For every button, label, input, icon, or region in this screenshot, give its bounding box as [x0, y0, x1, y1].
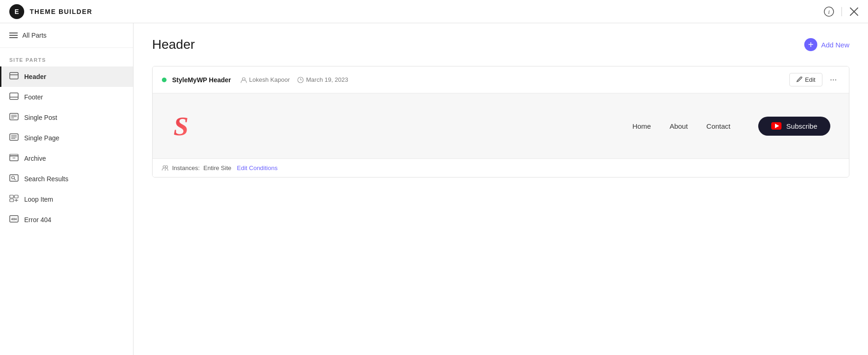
author-name: Lokesh Kapoor: [249, 76, 290, 83]
template-card-header: StyleMyWP Header Lokesh Kapoor: [153, 66, 849, 93]
add-new-label: Add New: [821, 41, 849, 49]
sidebar-item-single-post-label: Single Post: [24, 114, 57, 121]
sidebar-item-footer-label: Footer: [24, 93, 43, 101]
template-preview: S Home About Contact Subscribe: [153, 93, 849, 158]
app-title: THEME BUILDER: [30, 8, 93, 15]
sidebar-item-header[interactable]: Header: [0, 66, 133, 87]
topbar: E THEME BUILDER i: [0, 0, 868, 23]
instances-icon: [162, 165, 168, 171]
content-area: Header + Add New StyleMyWP Header Lokesh…: [134, 23, 868, 355]
svg-point-36: [166, 165, 168, 168]
subscribe-label: Subscribe: [786, 122, 817, 130]
edit-button[interactable]: Edit: [789, 73, 822, 86]
sidebar-item-loop-item-label: Loop Item: [24, 196, 53, 203]
sidebar-item-single-page-label: Single Page: [24, 134, 60, 142]
template-date: March 19, 2023: [297, 76, 348, 83]
more-options-button[interactable]: ···: [827, 73, 840, 86]
hamburger-icon: [9, 32, 18, 39]
site-parts-label: SITE PARTS: [0, 48, 133, 66]
loop-item-icon: [9, 195, 19, 204]
search-results-icon: [9, 174, 19, 184]
date-icon: [297, 77, 304, 83]
single-page-icon: [9, 133, 19, 143]
preview-logo: S: [171, 112, 199, 140]
single-post-icon: [9, 113, 19, 122]
preview-logo-image: S: [171, 112, 199, 140]
svg-text:S: S: [174, 112, 188, 140]
page-title: Header: [152, 37, 195, 52]
template-author: Lokesh Kapoor: [240, 76, 290, 83]
preview-nav: Home About Contact: [632, 122, 730, 130]
nav-item-about: About: [669, 122, 688, 130]
more-dots-icon: ···: [830, 75, 837, 84]
status-dot: [162, 78, 167, 82]
preview-nav-and-btn: Home About Contact Subscribe: [632, 117, 830, 136]
logo-icon: E: [14, 8, 19, 15]
sidebar-item-header-label: Header: [24, 73, 46, 80]
edit-icon: [796, 77, 802, 83]
svg-point-35: [163, 165, 166, 168]
all-parts-button[interactable]: All Parts: [0, 23, 133, 48]
nav-item-contact: Contact: [707, 122, 731, 130]
sidebar-item-archive-label: Archive: [24, 155, 46, 162]
svg-rect-26: [14, 195, 18, 198]
topbar-left: E THEME BUILDER: [9, 4, 93, 19]
template-card-footer: Instances: Entire Site Edit Conditions: [153, 158, 849, 177]
sidebar-item-loop-item[interactable]: Loop Item: [0, 189, 133, 210]
template-meta: Lokesh Kapoor March 19, 2023: [240, 76, 348, 83]
archive-icon: [9, 154, 19, 163]
sidebar-item-error-404[interactable]: 404 Error 404: [0, 210, 133, 230]
app-logo: E: [9, 4, 24, 19]
svg-text:404: 404: [11, 217, 17, 221]
svg-rect-7: [10, 72, 18, 79]
template-name: StyleMyWP Header: [172, 76, 231, 84]
instances-value: Entire Site: [203, 164, 231, 171]
add-new-button[interactable]: + Add New: [804, 38, 849, 51]
sidebar-item-single-post[interactable]: Single Post: [0, 107, 133, 128]
subscribe-button[interactable]: Subscribe: [758, 117, 830, 136]
plus-circle-icon: +: [804, 38, 817, 51]
sidebar-item-archive[interactable]: Archive: [0, 148, 133, 169]
template-card: StyleMyWP Header Lokesh Kapoor: [152, 66, 849, 178]
template-actions: Edit ···: [789, 73, 840, 86]
sidebar-item-footer[interactable]: Footer: [0, 87, 133, 107]
close-icon: [849, 7, 859, 16]
sidebar-item-error-404-label: Error 404: [24, 216, 51, 224]
close-button[interactable]: [849, 7, 859, 16]
instances-label: Instances:: [172, 164, 200, 171]
sidebar-item-search-results-label: Search Results: [24, 175, 68, 183]
topbar-right: i: [824, 7, 859, 17]
sidebar-item-search-results[interactable]: Search Results: [0, 169, 133, 189]
all-parts-label: All Parts: [22, 32, 47, 39]
content-header: Header + Add New: [152, 37, 849, 52]
error-404-icon: 404: [9, 215, 19, 224]
svg-rect-22: [10, 175, 18, 181]
template-date: March 19, 2023: [306, 76, 348, 83]
sidebar-item-single-page[interactable]: Single Page: [0, 128, 133, 148]
main-layout: All Parts SITE PARTS Header Footer: [0, 23, 868, 355]
author-icon: [240, 77, 247, 83]
svg-rect-9: [10, 93, 18, 99]
topbar-divider: [841, 7, 842, 16]
info-button[interactable]: i: [824, 7, 834, 17]
svg-rect-27: [10, 199, 13, 202]
sidebar: All Parts SITE PARTS Header Footer: [0, 23, 134, 355]
nav-item-home: Home: [632, 122, 651, 130]
svg-line-24: [14, 179, 16, 180]
youtube-icon: [771, 122, 781, 130]
edit-label: Edit: [805, 76, 815, 83]
footer-icon: [9, 92, 19, 102]
svg-text:i: i: [828, 8, 830, 15]
svg-rect-25: [10, 195, 13, 198]
info-icon: i: [824, 7, 834, 17]
header-icon: [9, 72, 19, 81]
edit-conditions-link[interactable]: Edit Conditions: [237, 164, 277, 171]
